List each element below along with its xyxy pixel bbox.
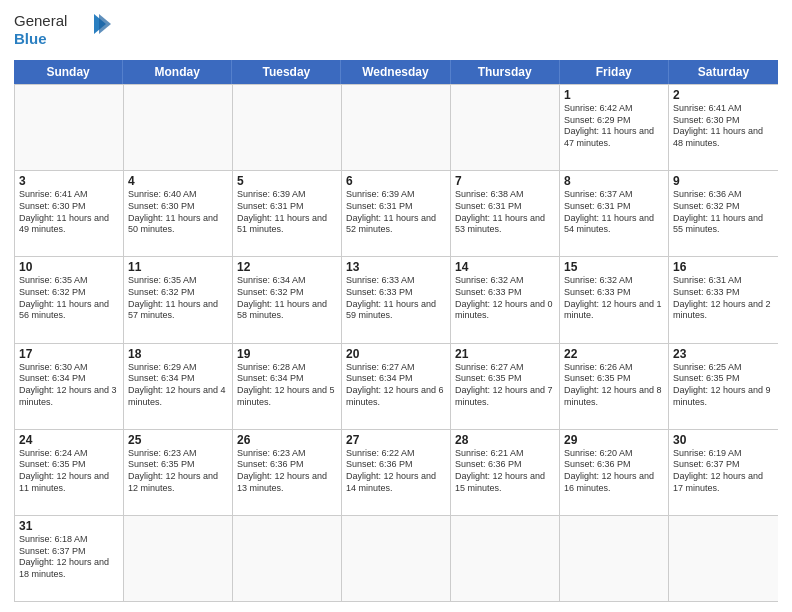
day-of-week-header: Tuesday: [232, 60, 341, 84]
day-number: 3: [19, 174, 119, 188]
cell-sun-info: Sunrise: 6:41 AMSunset: 6:30 PMDaylight:…: [673, 103, 774, 150]
cell-sun-info: Sunrise: 6:39 AMSunset: 6:31 PMDaylight:…: [237, 189, 337, 236]
calendar-cell: [342, 516, 451, 601]
calendar-row: 10Sunrise: 6:35 AMSunset: 6:32 PMDayligh…: [15, 256, 778, 342]
calendar-cell: 6Sunrise: 6:39 AMSunset: 6:31 PMDaylight…: [342, 171, 451, 256]
day-number: 5: [237, 174, 337, 188]
cell-sun-info: Sunrise: 6:35 AMSunset: 6:32 PMDaylight:…: [128, 275, 228, 322]
day-number: 15: [564, 260, 664, 274]
cell-sun-info: Sunrise: 6:20 AMSunset: 6:36 PMDaylight:…: [564, 448, 664, 495]
calendar-cell: 23Sunrise: 6:25 AMSunset: 6:35 PMDayligh…: [669, 344, 778, 429]
cell-sun-info: Sunrise: 6:37 AMSunset: 6:31 PMDaylight:…: [564, 189, 664, 236]
calendar-page: General Blue SundayMondayTuesdayWednesda…: [0, 0, 792, 612]
calendar-cell: 12Sunrise: 6:34 AMSunset: 6:32 PMDayligh…: [233, 257, 342, 342]
day-number: 30: [673, 433, 774, 447]
day-number: 7: [455, 174, 555, 188]
svg-text:General: General: [14, 12, 67, 29]
calendar-cell: [233, 85, 342, 170]
day-of-week-header: Thursday: [451, 60, 560, 84]
day-number: 14: [455, 260, 555, 274]
day-number: 28: [455, 433, 555, 447]
day-number: 1: [564, 88, 664, 102]
day-number: 27: [346, 433, 446, 447]
cell-sun-info: Sunrise: 6:23 AMSunset: 6:36 PMDaylight:…: [237, 448, 337, 495]
calendar-cell: [233, 516, 342, 601]
calendar-row: 3Sunrise: 6:41 AMSunset: 6:30 PMDaylight…: [15, 170, 778, 256]
calendar-cell: 1Sunrise: 6:42 AMSunset: 6:29 PMDaylight…: [560, 85, 669, 170]
cell-sun-info: Sunrise: 6:32 AMSunset: 6:33 PMDaylight:…: [564, 275, 664, 322]
day-number: 20: [346, 347, 446, 361]
calendar-header: SundayMondayTuesdayWednesdayThursdayFrid…: [14, 60, 778, 84]
cell-sun-info: Sunrise: 6:18 AMSunset: 6:37 PMDaylight:…: [19, 534, 119, 581]
cell-sun-info: Sunrise: 6:32 AMSunset: 6:33 PMDaylight:…: [455, 275, 555, 322]
calendar-cell: 11Sunrise: 6:35 AMSunset: 6:32 PMDayligh…: [124, 257, 233, 342]
calendar-cell: 25Sunrise: 6:23 AMSunset: 6:35 PMDayligh…: [124, 430, 233, 515]
day-of-week-header: Sunday: [14, 60, 123, 84]
calendar-cell: 30Sunrise: 6:19 AMSunset: 6:37 PMDayligh…: [669, 430, 778, 515]
day-number: 16: [673, 260, 774, 274]
cell-sun-info: Sunrise: 6:39 AMSunset: 6:31 PMDaylight:…: [346, 189, 446, 236]
calendar-cell: [124, 516, 233, 601]
cell-sun-info: Sunrise: 6:42 AMSunset: 6:29 PMDaylight:…: [564, 103, 664, 150]
cell-sun-info: Sunrise: 6:23 AMSunset: 6:35 PMDaylight:…: [128, 448, 228, 495]
cell-sun-info: Sunrise: 6:41 AMSunset: 6:30 PMDaylight:…: [19, 189, 119, 236]
calendar-cell: 19Sunrise: 6:28 AMSunset: 6:34 PMDayligh…: [233, 344, 342, 429]
calendar-cell: [560, 516, 669, 601]
day-number: 11: [128, 260, 228, 274]
calendar-cell: 10Sunrise: 6:35 AMSunset: 6:32 PMDayligh…: [15, 257, 124, 342]
cell-sun-info: Sunrise: 6:27 AMSunset: 6:35 PMDaylight:…: [455, 362, 555, 409]
calendar-cell: [15, 85, 124, 170]
calendar-cell: [124, 85, 233, 170]
cell-sun-info: Sunrise: 6:34 AMSunset: 6:32 PMDaylight:…: [237, 275, 337, 322]
day-number: 4: [128, 174, 228, 188]
day-number: 10: [19, 260, 119, 274]
cell-sun-info: Sunrise: 6:31 AMSunset: 6:33 PMDaylight:…: [673, 275, 774, 322]
cell-sun-info: Sunrise: 6:27 AMSunset: 6:34 PMDaylight:…: [346, 362, 446, 409]
day-number: 8: [564, 174, 664, 188]
cell-sun-info: Sunrise: 6:30 AMSunset: 6:34 PMDaylight:…: [19, 362, 119, 409]
calendar-cell: 7Sunrise: 6:38 AMSunset: 6:31 PMDaylight…: [451, 171, 560, 256]
calendar-cell: 24Sunrise: 6:24 AMSunset: 6:35 PMDayligh…: [15, 430, 124, 515]
calendar-body: 1Sunrise: 6:42 AMSunset: 6:29 PMDaylight…: [14, 84, 778, 602]
calendar-cell: 27Sunrise: 6:22 AMSunset: 6:36 PMDayligh…: [342, 430, 451, 515]
calendar-cell: 2Sunrise: 6:41 AMSunset: 6:30 PMDaylight…: [669, 85, 778, 170]
calendar-row: 1Sunrise: 6:42 AMSunset: 6:29 PMDaylight…: [15, 84, 778, 170]
calendar-cell: 3Sunrise: 6:41 AMSunset: 6:30 PMDaylight…: [15, 171, 124, 256]
calendar: SundayMondayTuesdayWednesdayThursdayFrid…: [14, 60, 778, 602]
day-number: 2: [673, 88, 774, 102]
day-number: 26: [237, 433, 337, 447]
cell-sun-info: Sunrise: 6:19 AMSunset: 6:37 PMDaylight:…: [673, 448, 774, 495]
svg-text:Blue: Blue: [14, 30, 47, 47]
calendar-row: 17Sunrise: 6:30 AMSunset: 6:34 PMDayligh…: [15, 343, 778, 429]
calendar-cell: 22Sunrise: 6:26 AMSunset: 6:35 PMDayligh…: [560, 344, 669, 429]
calendar-row: 31Sunrise: 6:18 AMSunset: 6:37 PMDayligh…: [15, 515, 778, 601]
calendar-cell: 13Sunrise: 6:33 AMSunset: 6:33 PMDayligh…: [342, 257, 451, 342]
calendar-cell: 5Sunrise: 6:39 AMSunset: 6:31 PMDaylight…: [233, 171, 342, 256]
day-number: 12: [237, 260, 337, 274]
day-number: 9: [673, 174, 774, 188]
calendar-cell: 20Sunrise: 6:27 AMSunset: 6:34 PMDayligh…: [342, 344, 451, 429]
logo: General Blue: [14, 10, 114, 52]
cell-sun-info: Sunrise: 6:38 AMSunset: 6:31 PMDaylight:…: [455, 189, 555, 236]
calendar-cell: 4Sunrise: 6:40 AMSunset: 6:30 PMDaylight…: [124, 171, 233, 256]
day-number: 6: [346, 174, 446, 188]
cell-sun-info: Sunrise: 6:21 AMSunset: 6:36 PMDaylight:…: [455, 448, 555, 495]
day-number: 24: [19, 433, 119, 447]
cell-sun-info: Sunrise: 6:33 AMSunset: 6:33 PMDaylight:…: [346, 275, 446, 322]
day-number: 17: [19, 347, 119, 361]
cell-sun-info: Sunrise: 6:24 AMSunset: 6:35 PMDaylight:…: [19, 448, 119, 495]
calendar-cell: 26Sunrise: 6:23 AMSunset: 6:36 PMDayligh…: [233, 430, 342, 515]
calendar-cell: 9Sunrise: 6:36 AMSunset: 6:32 PMDaylight…: [669, 171, 778, 256]
calendar-cell: 18Sunrise: 6:29 AMSunset: 6:34 PMDayligh…: [124, 344, 233, 429]
day-number: 19: [237, 347, 337, 361]
day-number: 13: [346, 260, 446, 274]
day-number: 31: [19, 519, 119, 533]
generalblue-logo: General Blue: [14, 10, 114, 52]
calendar-cell: [451, 85, 560, 170]
calendar-cell: 16Sunrise: 6:31 AMSunset: 6:33 PMDayligh…: [669, 257, 778, 342]
calendar-cell: 28Sunrise: 6:21 AMSunset: 6:36 PMDayligh…: [451, 430, 560, 515]
header: General Blue: [14, 10, 778, 52]
calendar-cell: [669, 516, 778, 601]
calendar-cell: 15Sunrise: 6:32 AMSunset: 6:33 PMDayligh…: [560, 257, 669, 342]
day-number: 22: [564, 347, 664, 361]
